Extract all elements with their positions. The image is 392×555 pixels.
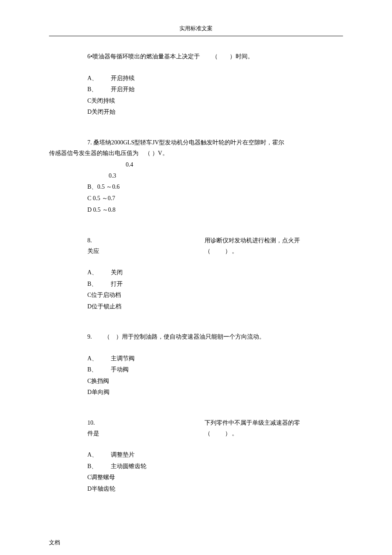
question-6: 6•喷油器每循环喷出的燃油量基本上决定于 （ ）时间。 A、开启持续 B、开启开… xyxy=(49,51,343,118)
q8-text: 8. 关应 用诊断仪对发动机进行检测，点火开 （ ）。 xyxy=(87,235,343,256)
q9-opt-a-text: 主调节阀 xyxy=(111,355,135,362)
q6-opt-a-text: 开启持续 xyxy=(111,75,135,81)
q9-opt-c: C换挡阀 xyxy=(87,376,343,387)
q6-text: 6•喷油器每循环喷出的燃油量基本上决定于 （ ）时间。 xyxy=(87,51,343,62)
q10-opt-d: D半轴齿轮 xyxy=(87,483,343,495)
q6-opt-c: C关闭持续 xyxy=(87,95,343,107)
q10-opt-a-text: 调整垫片 xyxy=(111,451,135,458)
q9-options: A、主调节阀 B、手动阀 C换挡阀 D单向阀 xyxy=(87,353,343,398)
q9-text: 9. （ ）用于控制油路，使自动变速器油只能朝一个方向流动。 xyxy=(87,331,343,342)
q9-opt-b-text: 手动阀 xyxy=(111,366,129,373)
question-8: 8. 关应 用诊断仪对发动机进行检测，点火开 （ ）。 A、关闭 B、打开 C位… xyxy=(49,235,343,313)
question-9: 9. （ ）用于控制油路，使自动变速器油只能朝一个方向流动。 A、主调节阀 B、… xyxy=(49,331,343,398)
q6-opt-b-label: B、 xyxy=(87,84,111,95)
question-7: 7. 桑塔纳2000GLS型轿车JV型发动机分电器触发叶轮的叶片在空隙时，霍尔 … xyxy=(49,137,343,216)
q8-right-1: 用诊断仪对发动机进行检测，点火开 xyxy=(205,235,300,246)
q9-opt-d: D单向阀 xyxy=(87,387,343,398)
q8-opt-a-label: A、 xyxy=(87,267,111,279)
q10-text: 10. 件是 下列零件中不属于单级主减速器的零 （ ）。 xyxy=(87,417,343,439)
q7-opt-d: D 0.5 ～0.8 xyxy=(87,204,343,216)
q8-left-1: 8. xyxy=(87,235,205,246)
q7-opt-b: B、0.5 ～0.6 xyxy=(87,181,343,193)
q7-options: B、0.5 ～0.6 C 0.5 ～0.7 D 0.5 ～0.8 xyxy=(87,181,343,216)
q8-opt-a-text: 关闭 xyxy=(111,269,123,276)
q6-opt-d: D关闭开始 xyxy=(87,106,343,118)
question-10: 10. 件是 下列零件中不属于单级主减速器的零 （ ）。 A、调整垫片 B、主动… xyxy=(49,417,343,495)
q9-opt-a-label: A、 xyxy=(87,353,111,365)
q10-right-1: 下列零件中不属于单级主减速器的零 xyxy=(205,417,300,428)
q10-left-1: 10. xyxy=(87,417,205,428)
q10-opt-a-label: A、 xyxy=(87,449,111,461)
q9-opt-b-label: B、 xyxy=(87,364,111,376)
q8-opt-d: D位于锁止档 xyxy=(87,301,343,313)
q6-opt-b-text: 开启开始 xyxy=(111,86,135,92)
q8-right-2: （ ）。 xyxy=(205,246,300,256)
q7-text-line2: 传感器信号发生器的输出电压值为 （ ）V。 xyxy=(49,148,343,158)
q8-opt-c: C位于启动档 xyxy=(87,290,343,301)
q10-opt-b-label: B、 xyxy=(87,461,111,472)
q10-opt-c: C调整螺母 xyxy=(87,472,343,483)
q8-options: A、关闭 B、打开 C位于启动档 D位于锁止档 xyxy=(87,267,343,312)
q8-opt-b-text: 打开 xyxy=(111,281,123,287)
page-footer: 文档 xyxy=(49,538,343,547)
q10-options: A、调整垫片 B、主动圆锥齿轮 C调整螺母 D半轴齿轮 xyxy=(87,449,343,495)
q6-opt-a-label: A、 xyxy=(87,73,111,84)
q7-extra-2: 0.3 xyxy=(109,170,343,181)
q7-opt-c: C 0.5 ～0.7 xyxy=(87,193,343,204)
q6-options: A、开启持续 B、开启开始 C关闭持续 D关闭开始 xyxy=(87,73,343,118)
q7-extra-1: 0.4 xyxy=(126,159,343,170)
q10-opt-b-text: 主动圆锥齿轮 xyxy=(111,463,147,469)
page-header: 实用标准文案 xyxy=(49,23,343,36)
q7-text-line1: 7. 桑塔纳2000GLS型轿车JV型发动机分电器触发叶轮的叶片在空隙时，霍尔 xyxy=(87,137,343,148)
q10-left-2: 件是 xyxy=(87,428,205,439)
q10-right-2: （ ）。 xyxy=(205,428,300,439)
q8-opt-b-label: B、 xyxy=(87,279,111,290)
q8-left-2: 关应 xyxy=(87,246,205,256)
